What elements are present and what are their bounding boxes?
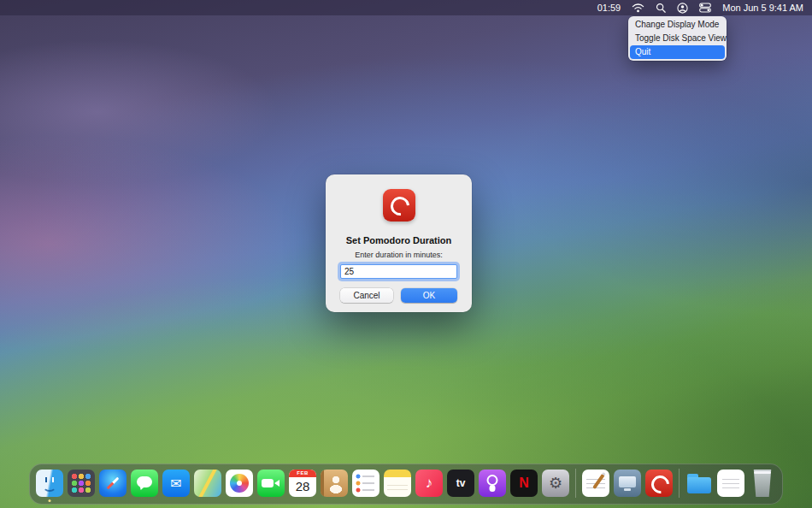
folder-icon [685, 470, 713, 497]
dock-item-music[interactable] [415, 470, 443, 497]
menu-bar-clock[interactable]: Mon Jun 5 9:41 AM [722, 0, 803, 15]
user-account-icon[interactable] [677, 0, 688, 15]
dock-item-messages[interactable] [131, 470, 158, 497]
dock: FEB28 [29, 464, 783, 505]
duration-input[interactable] [340, 264, 457, 279]
dialog-title: Set Pomodoro Duration [326, 235, 472, 245]
netflix-icon [510, 470, 538, 497]
calendar-month-label: FEB [289, 470, 316, 477]
desktop: 01:59 [0, 0, 812, 508]
dock-item-settings[interactable] [542, 470, 569, 497]
settings-icon [542, 470, 569, 497]
mail-icon [162, 470, 190, 497]
ok-button[interactable]: OK [401, 288, 457, 303]
set-pomodoro-duration-dialog: Set Pomodoro Duration Enter duration in … [326, 174, 472, 312]
tv-icon [447, 470, 474, 497]
dock-item-facetime[interactable] [257, 470, 285, 497]
facetime-icon [257, 470, 285, 497]
podcasts-icon [479, 470, 506, 497]
dock-item-podcasts[interactable] [479, 470, 506, 497]
dialog-message: Enter duration in minutes: [326, 251, 472, 259]
spotlight-icon[interactable] [656, 0, 666, 15]
control-center-icon[interactable] [699, 0, 711, 15]
dock-item-maps[interactable] [194, 470, 221, 497]
dock-item-textedit[interactable] [582, 470, 609, 497]
dock-item-calendar[interactable]: FEB28 [289, 470, 316, 497]
reminders-icon [352, 470, 380, 497]
documents-icon [717, 470, 744, 497]
dock-item-pomodoro[interactable] [645, 470, 673, 497]
dock-item-documents[interactable] [717, 470, 744, 497]
dock-item-folder[interactable] [685, 470, 713, 497]
dock-separator [679, 469, 680, 498]
messages-icon [131, 470, 158, 497]
dock-separator [575, 469, 576, 498]
textedit-icon [582, 470, 609, 497]
cancel-button[interactable]: Cancel [340, 288, 393, 303]
menu-item-toggle-disk-space-view[interactable]: Toggle Disk Space View [630, 32, 725, 45]
dock-item-tv[interactable] [447, 470, 474, 497]
pomodoro-timer-menu-item[interactable]: 01:59 [597, 0, 621, 15]
dock-item-contacts[interactable] [321, 470, 348, 497]
menu-item-change-display-mode[interactable]: Change Display Mode [630, 18, 725, 32]
photos-icon [226, 470, 253, 497]
finder-icon [36, 470, 63, 497]
menu-item-quit[interactable]: Quit [630, 45, 725, 59]
calendar-icon: FEB28 [289, 470, 316, 497]
menu-bar: 01:59 [0, 0, 812, 15]
dock-item-netflix[interactable] [510, 470, 538, 497]
running-indicator [49, 499, 51, 502]
music-icon [415, 470, 443, 497]
dock-item-reminders[interactable] [352, 470, 380, 497]
dock-item-finder[interactable] [36, 470, 63, 497]
trash-icon [749, 470, 776, 497]
wifi-icon[interactable] [632, 0, 644, 15]
dock-item-mail[interactable] [162, 470, 190, 497]
contacts-icon [321, 470, 348, 497]
dock-item-trash[interactable] [749, 470, 776, 497]
display-icon [614, 470, 641, 497]
launchpad-icon [68, 470, 95, 497]
dropdown-menu: Change Display ModeToggle Disk Space Vie… [628, 16, 727, 61]
safari-icon [99, 470, 127, 497]
notes-icon [384, 470, 411, 497]
dock-item-notes[interactable] [384, 470, 411, 497]
calendar-day-label: 28 [289, 477, 316, 497]
maps-icon [194, 470, 221, 497]
dock-item-safari[interactable] [99, 470, 127, 497]
dock-item-launchpad[interactable] [68, 470, 95, 497]
dock-item-photos[interactable] [226, 470, 253, 497]
dock-item-display[interactable] [614, 470, 641, 497]
pomodoro-app-icon [383, 189, 415, 222]
pomodoro-icon [645, 470, 673, 497]
